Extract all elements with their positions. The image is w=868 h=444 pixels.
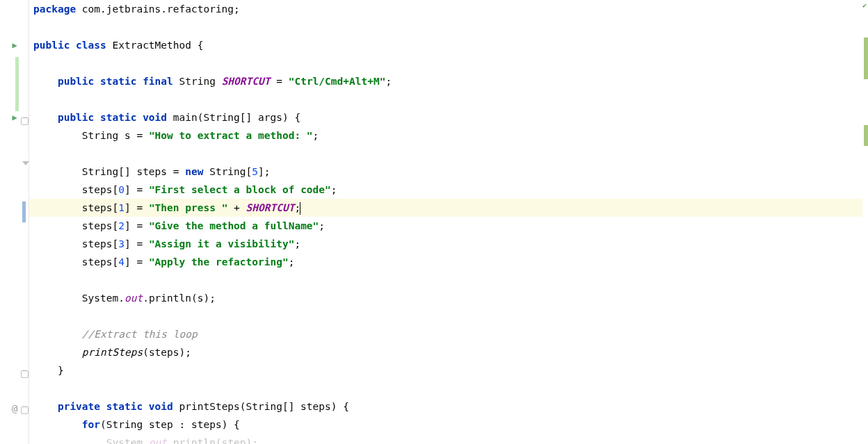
code-line: public static final String SHORTCUT = "C… <box>29 72 862 90</box>
code-line <box>29 18 862 36</box>
code-line: for(String step : steps) { <box>29 416 862 434</box>
code-line: System.out.println(step); <box>29 434 862 444</box>
scroll-change-stripe <box>864 125 868 146</box>
vcs-change-marker <box>15 57 19 111</box>
code-line: printSteps(steps); <box>29 343 862 361</box>
gutter: ▶ ▶ @ <box>0 0 29 444</box>
run-class-icon[interactable]: ▶ <box>0 40 29 50</box>
code-line <box>29 54 862 72</box>
code-line: String[] steps = new String[5]; <box>29 163 862 181</box>
scrollbar-markers[interactable]: ✔ <box>862 0 868 444</box>
fold-toggle-printsteps[interactable] <box>21 370 29 378</box>
code-line <box>29 271 862 289</box>
code-line: public static void main(String[] args) { <box>29 108 862 126</box>
code-line <box>29 379 862 397</box>
code-line: steps[4] = "Apply the refactoring"; <box>29 253 862 271</box>
code-line <box>29 307 862 325</box>
code-line: steps[0] = "First select a block of code… <box>29 181 862 199</box>
inspection-status-icon[interactable]: ✔ <box>862 1 867 9</box>
code-line: System.out.println(s); <box>29 289 862 307</box>
code-line: String s = "How to extract a method: "; <box>29 126 862 145</box>
code-line: package com.jetbrains.refactoring; <box>29 0 862 18</box>
fold-toggle-main[interactable] <box>21 117 29 125</box>
code-line: } <box>29 361 862 379</box>
current-line: steps[1] = "Then press " + SHORTCUT; <box>29 199 862 217</box>
code-line: public class ExtractMethod { <box>29 36 862 54</box>
text-caret <box>300 202 300 215</box>
override-icon[interactable]: @ <box>0 403 29 414</box>
code-line: //Extract this loop <box>29 325 862 343</box>
code-line: private static void printSteps(String[] … <box>29 397 862 416</box>
fold-arrow-icon[interactable] <box>22 161 29 165</box>
code-line: steps[3] = "Assign it a visibility"; <box>29 235 862 253</box>
code-line <box>29 90 862 108</box>
code-line: steps[2] = "Give the method a fullName"; <box>29 217 862 235</box>
code-line <box>29 145 862 163</box>
caret-line-marker <box>22 202 26 222</box>
code-editor[interactable]: package com.jetbrains.refactoring; publi… <box>29 0 862 444</box>
scroll-change-stripe <box>864 38 868 79</box>
